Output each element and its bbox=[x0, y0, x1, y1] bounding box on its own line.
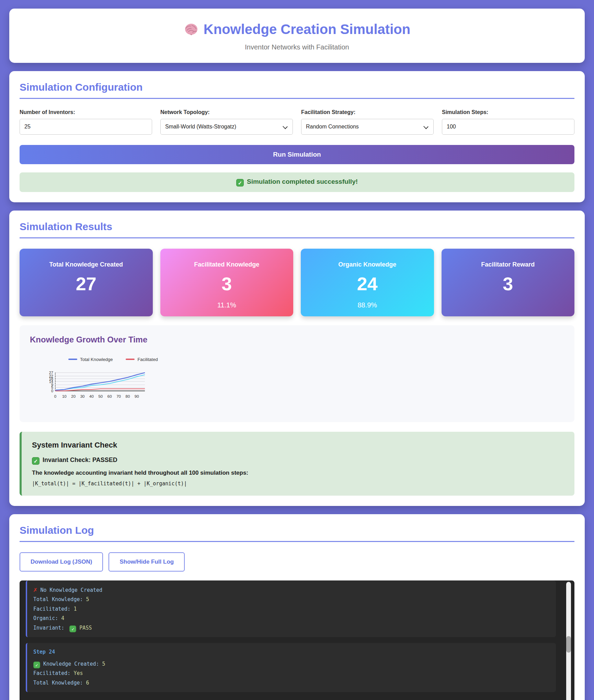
log-text: No Knowledge Created bbox=[40, 587, 102, 593]
log-line: Invariant: PASS bbox=[33, 623, 550, 633]
stat-value: 3 bbox=[442, 273, 575, 294]
log-key: Total Knowledge: bbox=[33, 680, 83, 686]
legend-label: Facilitated bbox=[137, 357, 158, 362]
svg-text:60: 60 bbox=[107, 394, 112, 398]
stat-value: 3 bbox=[160, 273, 294, 294]
stats-grid: Total Knowledge Created 27 Facilitated K… bbox=[20, 249, 574, 316]
stat-total-knowledge: Total Knowledge Created 27 bbox=[20, 249, 153, 316]
field-simulation-steps: Simulation Steps: bbox=[442, 109, 574, 135]
log-key: Invariant: bbox=[33, 625, 64, 631]
log-line: Facilitated: 1 bbox=[33, 605, 550, 614]
stat-facilitator-reward: Facilitator Reward 3 bbox=[442, 249, 575, 316]
log-entry: Step 24 Knowledge Created: 5 Facilitated… bbox=[26, 643, 556, 692]
log-key: Total Knowledge: bbox=[33, 596, 83, 602]
log-buttons-row: Download Log (JSON) Show/Hide Full Log bbox=[20, 552, 574, 572]
chart-legend: Total Knowledge Facilitated bbox=[68, 357, 564, 362]
svg-text:80: 80 bbox=[126, 394, 130, 398]
field-facilitation-strategy: Facilitation Strategy: Random Connection… bbox=[301, 109, 434, 135]
log-line: Knowledge Created: 5 bbox=[33, 659, 550, 669]
svg-text:70: 70 bbox=[116, 394, 121, 398]
stat-percent: 88.9% bbox=[301, 301, 434, 309]
log-heading: Simulation Log bbox=[20, 524, 574, 542]
stat-percent: 11.1% bbox=[160, 301, 294, 309]
log-line: Organic: 4 bbox=[33, 614, 550, 623]
invariant-status-text: Invariant Check: PASSED bbox=[43, 456, 117, 463]
log-line: No Knowledge Created bbox=[33, 585, 550, 595]
stat-facilitated-knowledge: Facilitated Knowledge 3 11.1% bbox=[160, 249, 294, 316]
check-icon bbox=[32, 457, 39, 465]
svg-text:10: 10 bbox=[62, 394, 67, 398]
page-title: Knowledge Creation Simulation bbox=[184, 22, 410, 37]
legend-total-knowledge: Total Knowledge bbox=[68, 357, 113, 362]
log-value: 5 bbox=[102, 661, 105, 667]
chart-title: Knowledge Growth Over Time bbox=[30, 335, 564, 345]
log-key: Facilitated: bbox=[33, 606, 70, 612]
legend-label: Total Knowledge bbox=[80, 357, 113, 362]
check-icon bbox=[69, 625, 76, 632]
svg-text:30: 30 bbox=[80, 394, 85, 398]
check-icon bbox=[236, 179, 244, 187]
log-entry: No Knowledge Created Total Knowledge: 5 … bbox=[26, 580, 556, 637]
strategy-label: Facilitation Strategy: bbox=[301, 109, 434, 115]
svg-text:27: 27 bbox=[49, 371, 53, 375]
log-value: PASS bbox=[79, 625, 92, 631]
brain-icon bbox=[184, 23, 199, 36]
log-key: Organic: bbox=[33, 615, 58, 621]
field-network-topology: Network Topology: Small-World (Watts-Str… bbox=[160, 109, 293, 135]
knowledge-growth-chart-panel: Knowledge Growth Over Time Total Knowled… bbox=[20, 325, 574, 422]
inventors-input[interactable] bbox=[20, 119, 152, 135]
field-number-of-inventors: Number of Inventors: bbox=[20, 109, 152, 135]
configuration-grid: Number of Inventors: Network Topology: S… bbox=[20, 109, 574, 135]
toggle-log-button[interactable]: Show/Hide Full Log bbox=[108, 552, 185, 572]
log-value: 6 bbox=[86, 680, 89, 686]
status-message: Simulation completed successfully! bbox=[247, 178, 358, 185]
strategy-select[interactable]: Random Connections bbox=[301, 119, 434, 135]
invariant-status: Invariant Check: PASSED bbox=[32, 456, 564, 465]
stat-label: Facilitator Reward bbox=[442, 261, 575, 268]
svg-text:90: 90 bbox=[135, 394, 139, 398]
steps-input[interactable] bbox=[442, 119, 574, 135]
invariant-description: The knowledge accounting invariant held … bbox=[32, 470, 564, 476]
stat-label: Facilitated Knowledge bbox=[160, 261, 294, 268]
topology-selected-value: Small-World (Watts-Strogatz) bbox=[165, 124, 236, 130]
header-card: Knowledge Creation Simulation Inventor N… bbox=[9, 9, 585, 63]
log-value: 1 bbox=[73, 606, 77, 612]
invariant-formula: |K_total(t)| = |K_facilitated(t)| + |K_o… bbox=[32, 481, 564, 487]
log-value: 5 bbox=[86, 596, 89, 602]
svg-text:0: 0 bbox=[54, 394, 56, 398]
knowledge-growth-line-chart: 059141822270102030405060708090 bbox=[40, 371, 153, 403]
results-card: Simulation Results Total Knowledge Creat… bbox=[9, 211, 585, 506]
log-key: Knowledge Created: bbox=[43, 661, 99, 667]
stat-label: Total Knowledge Created bbox=[20, 261, 153, 268]
check-icon bbox=[33, 662, 40, 668]
invariant-heading: System Invariant Check bbox=[32, 441, 564, 450]
log-scrollbar-thumb[interactable] bbox=[566, 636, 571, 653]
page-subtitle: Inventor Networks with Facilitation bbox=[20, 43, 574, 51]
log-line: Facilitated: Yes bbox=[33, 669, 550, 678]
stat-value: 24 bbox=[301, 273, 434, 294]
log-line: Total Knowledge: 5 bbox=[33, 595, 550, 605]
inventors-label: Number of Inventors: bbox=[20, 109, 152, 115]
log-scroll-container[interactable]: No Knowledge Created Total Knowledge: 5 … bbox=[20, 580, 574, 700]
legend-line-swatch bbox=[68, 359, 77, 360]
stat-organic-knowledge: Organic Knowledge 24 88.9% bbox=[301, 249, 434, 316]
download-log-button[interactable]: Download Log (JSON) bbox=[20, 552, 103, 572]
cross-icon bbox=[33, 586, 37, 593]
configuration-heading: Simulation Configuration bbox=[20, 81, 574, 99]
legend-line-swatch bbox=[126, 359, 135, 360]
simulation-log-card: Simulation Log Download Log (JSON) Show/… bbox=[9, 514, 585, 700]
topology-label: Network Topology: bbox=[160, 109, 293, 115]
legend-facilitated: Facilitated bbox=[126, 357, 158, 362]
log-scrollbar-track[interactable] bbox=[566, 582, 571, 700]
steps-label: Simulation Steps: bbox=[442, 109, 574, 115]
run-simulation-button[interactable]: Run Simulation bbox=[20, 145, 574, 164]
log-value: 4 bbox=[61, 615, 64, 621]
page-title-text: Knowledge Creation Simulation bbox=[204, 22, 410, 37]
stat-label: Organic Knowledge bbox=[301, 261, 434, 268]
results-heading: Simulation Results bbox=[20, 221, 574, 238]
chevron-down-icon bbox=[423, 124, 429, 129]
stat-value: 27 bbox=[20, 273, 153, 294]
topology-select[interactable]: Small-World (Watts-Strogatz) bbox=[160, 119, 293, 135]
strategy-selected-value: Random Connections bbox=[306, 124, 359, 130]
svg-text:40: 40 bbox=[89, 394, 94, 398]
